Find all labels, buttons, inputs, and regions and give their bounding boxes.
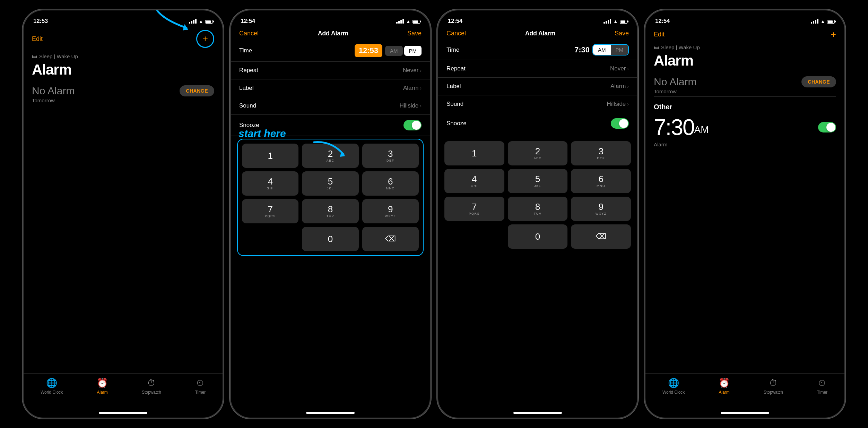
key-6-3[interactable]: 6 MNO: [571, 169, 631, 193]
repeat-row-2[interactable]: Repeat Never ›: [231, 62, 430, 79]
tab-timer-1[interactable]: ⏲ Timer: [195, 378, 206, 395]
tab-world-clock-4[interactable]: 🌐 World Clock: [662, 378, 685, 395]
key-del-3[interactable]: ⌫: [571, 224, 631, 249]
repeat-chevron-2: ›: [420, 68, 422, 73]
screen-content-1: 🛏 Sleep | Wake Up Alarm No Alarm CHANGE …: [24, 51, 223, 373]
add-alarm-title-2: Add Alarm: [318, 30, 348, 37]
tab-timer-4[interactable]: ⏲ Timer: [817, 378, 827, 395]
sound-row-2[interactable]: Sound Hillside ›: [231, 97, 430, 115]
tab-stopwatch-1[interactable]: ⏱ Stopwatch: [142, 378, 161, 395]
alarm-header-4: 🛏 Sleep | Wake Up Alarm: [645, 42, 844, 69]
key-4-3[interactable]: 4 GHI: [444, 169, 504, 193]
key-4-2[interactable]: 4 GHI: [242, 171, 298, 196]
add-alarm-title-3: Add Alarm: [525, 30, 556, 37]
time-label-3: Time: [446, 46, 459, 53]
label-value-2: Alarm ›: [403, 85, 422, 92]
bed-icon: 🛏: [32, 53, 37, 59]
pm-btn-3[interactable]: PM: [611, 45, 628, 55]
alarm-toggle-4[interactable]: [818, 122, 836, 132]
timer-icon-1: ⏲: [196, 378, 205, 388]
key-5-3[interactable]: 5 JKL: [508, 169, 568, 193]
key-8-3[interactable]: 8 TUV: [508, 197, 568, 221]
nav-bar-4: Edit +: [645, 28, 844, 42]
bar4: [817, 19, 818, 24]
label-row-2[interactable]: Label Alarm ›: [231, 79, 430, 97]
edit-button-1[interactable]: Edit: [32, 35, 43, 43]
snooze-label-3: Snooze: [446, 120, 467, 127]
bar1: [811, 22, 812, 24]
tab-alarm-1[interactable]: ⏰ Alarm: [97, 378, 108, 395]
key-7-3[interactable]: 7 PQRS: [444, 197, 504, 221]
key-2-3[interactable]: 2 ABC: [508, 141, 568, 165]
key-3-2[interactable]: 3 DEF: [362, 144, 419, 168]
no-alarm-section-1: No Alarm CHANGE Tomorrow: [24, 78, 223, 105]
am-btn-3[interactable]: AM: [593, 45, 611, 55]
alarm-title-4: Alarm: [654, 52, 836, 69]
label-label-3: Label: [446, 83, 461, 90]
time-row-2: Time 12:53 AM PM: [231, 40, 430, 62]
key-9-3[interactable]: 9 WXYZ: [571, 197, 631, 221]
wifi-icon-3: ▲: [613, 19, 618, 24]
home-bar-4: [721, 412, 769, 414]
snooze-toggle-3[interactable]: [611, 118, 629, 129]
key-1-3[interactable]: 1: [444, 141, 504, 165]
status-time-1: 12:53: [33, 18, 48, 25]
tab-world-clock-1[interactable]: 🌐 World Clock: [41, 378, 63, 395]
key-8-2[interactable]: 8 TUV: [302, 199, 358, 223]
repeat-row-3[interactable]: Repeat Never ›: [438, 60, 637, 78]
key-9-2[interactable]: 9 WXYZ: [362, 199, 419, 223]
cancel-button-3[interactable]: Cancel: [446, 30, 466, 37]
phone-1: 12:53 ▲ Edit: [23, 9, 224, 419]
pm-btn-2[interactable]: PM: [404, 46, 422, 56]
tab-alarm-4[interactable]: ⏰ Alarm: [719, 378, 730, 395]
key-7-2[interactable]: 7 PQRS: [242, 199, 298, 223]
repeat-label-2: Repeat: [239, 67, 258, 74]
key-0-3[interactable]: 0: [508, 224, 568, 249]
repeat-value-3: Never ›: [610, 65, 629, 72]
status-time-4: 12:54: [655, 18, 670, 25]
label-row-3[interactable]: Label Alarm ›: [438, 78, 637, 95]
home-indicator-3: [438, 408, 637, 418]
alarm-sublabel-4: Alarm: [645, 142, 844, 150]
save-button-3[interactable]: Save: [615, 30, 629, 37]
key-5-2[interactable]: 5 JKL: [302, 171, 358, 196]
cancel-button-2[interactable]: Cancel: [239, 30, 259, 37]
am-btn-2[interactable]: AM: [385, 46, 403, 56]
stopwatch-icon-4: ⏱: [769, 378, 778, 388]
tomorrow-label-1: Tomorrow: [32, 97, 214, 103]
ampm-group-3: AM PM: [592, 44, 629, 55]
edit-button-4[interactable]: Edit: [654, 31, 665, 38]
change-button-1[interactable]: CHANGE: [180, 85, 214, 96]
phone-2-screen: 12:54 ▲ Cancel Add Alarm: [231, 10, 430, 418]
sound-value-3: Hillside ›: [607, 101, 629, 108]
tab-stopwatch-4[interactable]: ⏱ Stopwatch: [764, 378, 783, 395]
snooze-toggle-2[interactable]: [403, 120, 422, 130]
status-icons-2: ▲: [396, 19, 420, 24]
key-del-2[interactable]: ⌫: [362, 227, 419, 251]
time-value-2: 12:53: [355, 44, 382, 57]
add-plus-icon-1: +: [202, 34, 208, 44]
repeat-label-3: Repeat: [446, 65, 466, 72]
world-clock-label-1: World Clock: [41, 390, 63, 395]
repeat-chevron-3: ›: [627, 66, 629, 71]
key-0-2[interactable]: 0: [302, 227, 358, 251]
wifi-icon-2: ▲: [406, 19, 410, 24]
notch-2: [303, 10, 358, 22]
label-value-3: Alarm ›: [610, 83, 629, 90]
battery-icon-2: [413, 19, 420, 24]
start-here-label: start here: [238, 128, 286, 139]
sleep-label-4: 🛏 Sleep | Wake Up: [654, 44, 836, 50]
save-button-2[interactable]: Save: [407, 30, 422, 37]
change-button-4[interactable]: CHANGE: [801, 76, 836, 87]
sound-row-3[interactable]: Sound Hillside ›: [438, 95, 637, 113]
key-3-3[interactable]: 3 DEF: [571, 141, 631, 165]
sleep-text-4: Sleep | Wake Up: [661, 44, 700, 50]
stopwatch-icon-1: ⏱: [147, 378, 156, 388]
add-button-4[interactable]: +: [831, 30, 836, 39]
alarm-ampm-4: AM: [694, 124, 709, 135]
phone-4: 12:54 ▲ Edit +: [644, 9, 845, 419]
bar3: [608, 20, 609, 24]
key-6-2[interactable]: 6 MNO: [362, 171, 419, 196]
no-alarm-text-4: No Alarm: [654, 76, 696, 88]
key-1-2[interactable]: 1: [242, 144, 298, 168]
